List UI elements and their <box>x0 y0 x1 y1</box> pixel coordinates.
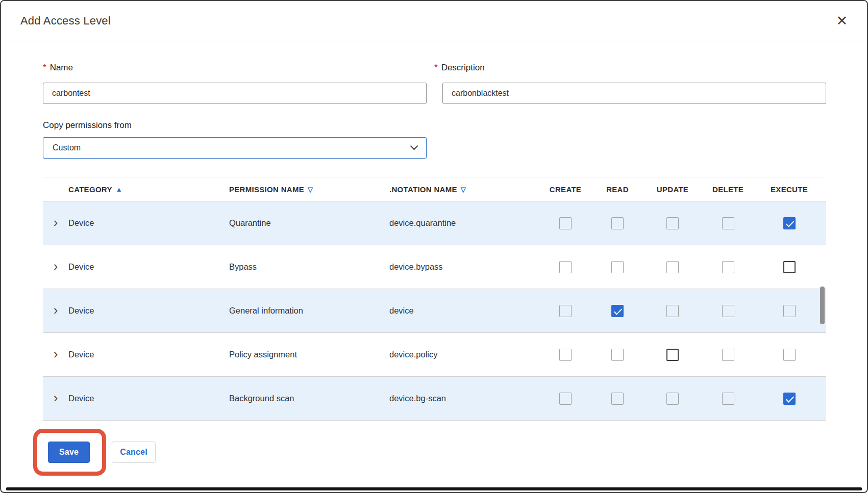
column-header-category[interactable]: CATEGORY ▲ <box>68 185 229 194</box>
column-header-permission-name[interactable]: PERMISSION NAME ▽ <box>229 185 389 194</box>
update-checkbox[interactable] <box>666 261 679 273</box>
read-checkbox[interactable] <box>611 217 624 229</box>
update-checkbox[interactable] <box>666 217 679 229</box>
save-button[interactable]: Save <box>48 442 90 463</box>
table-row[interactable]: › Device General information device <box>43 289 826 333</box>
execute-checkbox[interactable] <box>783 261 796 273</box>
row-notation-name: device.bypass <box>389 262 537 272</box>
column-header-delete: DELETE <box>704 185 752 194</box>
add-access-level-modal: Add Access Level ✕ *Name *Description Co… <box>0 0 868 493</box>
update-checkbox[interactable] <box>666 393 679 405</box>
row-expand-chevron-icon[interactable]: › <box>43 391 68 406</box>
delete-checkbox[interactable] <box>722 305 734 317</box>
row-category: Device <box>68 350 229 359</box>
row-permission-name: Bypass <box>229 262 389 272</box>
row-permission-name: Policy assignment <box>229 350 389 359</box>
read-checkbox[interactable] <box>611 349 624 361</box>
modal-header: Add Access Level ✕ <box>1 1 867 41</box>
sort-desc-icon[interactable]: ▽ <box>461 186 466 193</box>
description-input[interactable] <box>442 83 826 104</box>
row-category: Device <box>68 306 229 316</box>
row-notation-name: device.quarantine <box>389 218 537 228</box>
row-category: Device <box>68 394 229 403</box>
row-expand-chevron-icon[interactable]: › <box>43 216 68 231</box>
column-header-create: CREATE <box>537 185 593 194</box>
table-row[interactable]: › Device Quarantine device.quarantine <box>43 201 826 245</box>
name-label: *Name <box>43 63 73 73</box>
name-input[interactable] <box>43 83 427 104</box>
required-asterisk: * <box>434 63 438 72</box>
dropdown-selected-value: Custom <box>53 143 81 152</box>
create-checkbox[interactable] <box>559 261 572 273</box>
table-scrollbar-thumb[interactable] <box>820 287 825 324</box>
create-checkbox[interactable] <box>559 349 572 361</box>
column-header-notation-name[interactable]: .NOTATION NAME ▽ <box>389 185 537 194</box>
description-label: *Description <box>434 63 485 73</box>
update-checkbox[interactable] <box>666 349 679 361</box>
delete-checkbox[interactable] <box>722 261 734 273</box>
delete-checkbox[interactable] <box>722 349 734 361</box>
create-checkbox[interactable] <box>559 393 572 405</box>
sort-desc-icon[interactable]: ▽ <box>308 186 313 193</box>
row-permission-name: General information <box>229 306 389 316</box>
row-notation-name: device.policy <box>389 350 537 359</box>
read-checkbox[interactable] <box>611 393 624 405</box>
row-expand-chevron-icon[interactable]: › <box>43 260 68 275</box>
page-title: Add Access Level <box>20 14 111 28</box>
column-header-update: UPDATE <box>641 185 704 194</box>
sort-asc-icon[interactable]: ▲ <box>116 186 122 193</box>
read-checkbox[interactable] <box>611 305 624 317</box>
row-permission-name: Quarantine <box>229 218 389 228</box>
bottom-page-edge <box>6 487 862 490</box>
column-header-read: READ <box>593 185 641 194</box>
copy-permissions-dropdown[interactable]: Custom <box>43 137 427 159</box>
table-row[interactable]: › Device Bypass device.bypass <box>43 245 826 289</box>
row-category: Device <box>68 262 229 272</box>
read-checkbox[interactable] <box>611 261 624 273</box>
execute-checkbox[interactable] <box>783 305 796 317</box>
execute-checkbox[interactable] <box>783 349 796 361</box>
table-row[interactable]: › Device Background scan device.bg-scan <box>43 377 826 421</box>
row-notation-name: device <box>389 306 537 316</box>
row-expand-chevron-icon[interactable]: › <box>43 303 68 319</box>
cancel-button[interactable]: Cancel <box>112 442 156 463</box>
close-icon[interactable]: ✕ <box>836 14 848 28</box>
update-checkbox[interactable] <box>666 305 679 317</box>
row-expand-chevron-icon[interactable]: › <box>43 347 68 362</box>
permissions-table: CATEGORY ▲ PERMISSION NAME ▽ .NOTATION N… <box>43 177 826 421</box>
delete-checkbox[interactable] <box>722 393 734 405</box>
required-asterisk: * <box>43 63 46 72</box>
create-checkbox[interactable] <box>559 217 572 229</box>
delete-checkbox[interactable] <box>722 217 734 229</box>
execute-checkbox[interactable] <box>783 217 796 229</box>
row-notation-name: device.bg-scan <box>389 394 537 403</box>
table-body: › Device Quarantine device.quarantine › … <box>43 201 826 421</box>
execute-checkbox[interactable] <box>783 393 796 405</box>
create-checkbox[interactable] <box>559 305 572 317</box>
copy-permissions-label: Copy permissions from <box>43 120 132 131</box>
row-category: Device <box>68 218 229 228</box>
row-permission-name: Background scan <box>229 394 389 403</box>
chevron-down-icon <box>410 142 418 150</box>
table-row[interactable]: › Device Policy assignment device.policy <box>43 333 826 377</box>
column-header-execute: EXECUTE <box>752 185 826 194</box>
table-header-row: CATEGORY ▲ PERMISSION NAME ▽ .NOTATION N… <box>43 177 826 201</box>
